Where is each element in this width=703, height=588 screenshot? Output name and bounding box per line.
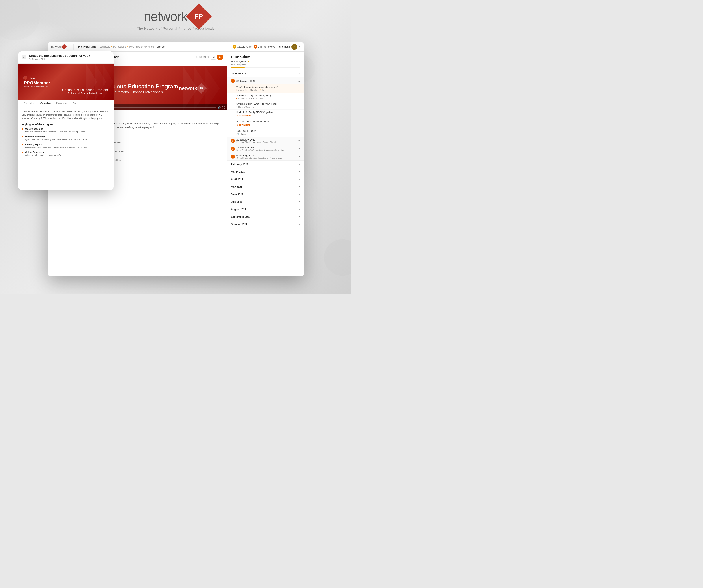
session-meta-ppt: ⬇ DOWNLOAD bbox=[236, 123, 300, 127]
session-meta-business-structure: Anena Bali • 1hr 53min ★ 4.7 bbox=[236, 89, 300, 91]
deco-circle-1 bbox=[0, 0, 40, 40]
overlay-highlight-2: Practical Learnings Quality and practica… bbox=[22, 136, 110, 141]
quiz-button[interactable]: 🕐 10 min bbox=[236, 133, 245, 135]
sidebar-progress-label: Your Progress ▲ bbox=[231, 60, 300, 63]
rating-business-structure: ★ 4.7 bbox=[260, 89, 264, 91]
video-logo-network-text: network bbox=[179, 85, 197, 91]
overlay-date: 27 January, 2020 bbox=[28, 58, 90, 60]
date-extra-20jan: Personal Risk Management · Puneet Oberoi bbox=[236, 141, 298, 143]
overlay-highlight-title-4: Online Experience bbox=[25, 151, 65, 154]
download-button-protool[interactable]: ⬇ DOWNLOAD bbox=[236, 114, 251, 117]
user-avatar[interactable]: R bbox=[292, 44, 297, 50]
overlay-highlight-text-2: Practical Learnings Quality and practica… bbox=[25, 136, 87, 141]
pro-member-logo: network FP bbox=[24, 76, 50, 80]
overlay-video-text: Continuous Education Program for Persona… bbox=[62, 88, 108, 95]
section-chevron-april-2021: ▼ bbox=[298, 178, 300, 181]
date-extra-13jan: Deep Dive into AAA Investing · Shuvransu… bbox=[236, 149, 298, 151]
pro-member-sub: Knowledge Partner Professionals bbox=[24, 85, 50, 87]
nav-logo: network FP bbox=[51, 45, 66, 49]
date-row-13jan[interactable]: 2 13 January, 2020 Deep Dive into AAA In… bbox=[227, 145, 304, 153]
nav-user: Hello! Rahul R ▼ bbox=[278, 44, 300, 50]
section-title-february-2021: February 2021 bbox=[231, 163, 248, 166]
nav-logo-diamond: FP bbox=[61, 44, 67, 50]
overlay-highlight-title-1: Weekly Sessions bbox=[25, 128, 85, 130]
section-header-january-2020[interactable]: January 2020 ▲ bbox=[227, 70, 304, 77]
session-title-crypto: Crypto & Bitcoin : What to tell your cli… bbox=[236, 103, 300, 105]
fullscreen-button[interactable]: ⛶ bbox=[222, 106, 225, 109]
date-row-27jan[interactable]: 4 27 January, 2020 ▲ bbox=[227, 77, 304, 84]
overlay-dot-3 bbox=[22, 144, 23, 145]
nav-logo-fp: FP bbox=[63, 46, 65, 48]
date-extra-6jan: Crucial Parameters to select stacks · Pr… bbox=[236, 157, 298, 159]
session-title-business-structure: What's the right business structure for … bbox=[236, 86, 300, 88]
overlay-tab-co[interactable]: Co... bbox=[70, 100, 80, 107]
section-chevron-october-2021: ▼ bbox=[298, 223, 300, 226]
session-item-business-structure: What's the right business structure for … bbox=[227, 84, 304, 93]
hello-label: Hello! Rahul bbox=[278, 46, 290, 48]
overlay-dot-1 bbox=[22, 128, 23, 130]
breadcrumb-sessions[interactable]: Sessions bbox=[157, 46, 166, 48]
section-header-february-2021[interactable]: February 2021 ▼ bbox=[227, 161, 304, 168]
overlay-highlight-title-2: Practical Learnings bbox=[25, 136, 87, 138]
section-header-august-2021[interactable]: August 2021 ▼ bbox=[227, 206, 304, 213]
svg-marker-2 bbox=[205, 67, 220, 110]
section-header-september-2021[interactable]: September 2021 ▼ bbox=[227, 213, 304, 221]
session-title-quiz: Topic Test 10 - Quiz bbox=[236, 130, 300, 132]
logo-fp-text: FP bbox=[194, 13, 203, 20]
download-button-ppt[interactable]: ⬇ DOWNLOAD bbox=[236, 123, 251, 127]
date-text-13jan: 13 January, 2020 bbox=[236, 146, 298, 149]
your-progress-label: Your Progress bbox=[231, 60, 246, 63]
next-session-button[interactable]: ▶ bbox=[218, 55, 223, 60]
section-header-april-2021[interactable]: April 2021 ▼ bbox=[227, 176, 304, 183]
profile-views-icon: 👁 bbox=[254, 45, 257, 49]
prev-session-button[interactable]: ◀ bbox=[211, 55, 216, 60]
rating-data-right-way: ★ 4.7 bbox=[264, 97, 268, 99]
overlay-tab-resources[interactable]: Resources bbox=[54, 100, 70, 107]
session-meta-data-right-way: Ashutosh Sakat • 1hr 03min ★ 4.7 bbox=[236, 97, 300, 99]
session-item-quiz: Topic Test 10 - Quiz 🕐 10 min bbox=[227, 128, 304, 137]
sidebar-header: Curriculum Your Progress ▲ 1/12 Complete… bbox=[227, 52, 304, 70]
section-header-july-2021[interactable]: July 2021 ▼ bbox=[227, 198, 304, 206]
top-nav: network FP My Programs Dashboard › My Pr… bbox=[48, 42, 304, 52]
back-button[interactable]: ← bbox=[22, 55, 26, 60]
session-item-protool: ProTool 10 - Family FIDOK Organizer ⬇ DO… bbox=[227, 110, 304, 119]
overlay-overview-content: Network FP's ProMember ACE (Annual Conti… bbox=[18, 107, 113, 190]
breadcrumb-promembership[interactable]: ProMembership Program bbox=[129, 46, 154, 48]
date-row-20jan[interactable]: 2 20 January, 2020 Personal Risk Managem… bbox=[227, 137, 304, 145]
section-title-august-2021: August 2021 bbox=[231, 208, 246, 211]
overlay-highlight-title-3: Industry Experts bbox=[25, 143, 87, 146]
overlay-title: What's the right business structure for … bbox=[28, 54, 90, 58]
date-badge-13jan: 2 bbox=[231, 147, 235, 151]
curriculum-list: January 2020 ▲ 4 27 January, 2020 ▲ What… bbox=[227, 70, 304, 276]
section-title-june-2021: June 2021 bbox=[231, 193, 243, 196]
breadcrumb-dashboard[interactable]: Dashboard bbox=[99, 46, 110, 48]
date-chevron-27jan: ▲ bbox=[298, 80, 300, 82]
ace-points-badge: ★ 12 ACE Points bbox=[233, 45, 251, 49]
session-label: SESSION 2/6 bbox=[196, 56, 210, 58]
section-header-may-2021[interactable]: May 2021 ▼ bbox=[227, 183, 304, 191]
section-header-march-2021[interactable]: March 2021 ▼ bbox=[227, 168, 304, 176]
session-item-data-right-way: Are you pursuing Data the right way? Ash… bbox=[227, 93, 304, 101]
overlay-video-arrows bbox=[86, 64, 113, 100]
overlay-tab-overview[interactable]: Overview bbox=[38, 100, 54, 107]
overlay-dot-2 bbox=[22, 136, 23, 138]
video-logo-fp: FP bbox=[200, 87, 203, 90]
date-text-6jan: 6 January, 2020 bbox=[236, 154, 298, 157]
volume-button[interactable]: 🔊 bbox=[218, 106, 221, 109]
session-title-data-right-way: Are you pursuing Data the right way? bbox=[236, 94, 300, 97]
overlay-highlight-desc-4: Attend from the comfort of your home / o… bbox=[25, 154, 65, 157]
logo-subtitle: The Network of Personal Finance Professi… bbox=[137, 27, 215, 30]
section-header-june-2021[interactable]: June 2021 ▼ bbox=[227, 191, 304, 198]
overlay-tab-curriculum[interactable]: Curriculum bbox=[21, 100, 38, 107]
ace-points-label: 12 ACE Points bbox=[237, 46, 251, 48]
nav-logo-text: network bbox=[51, 45, 62, 49]
section-title-october-2021: October 2021 bbox=[231, 223, 247, 226]
date-badge-20jan: 2 bbox=[231, 139, 235, 143]
nav-title: My Programs bbox=[78, 45, 96, 49]
overlay-header: ← What's the right business structure fo… bbox=[18, 51, 113, 64]
date-row-6jan[interactable]: 1 6 January, 2020 Crucial Parameters to … bbox=[227, 153, 304, 161]
section-title-july-2021: July 2021 bbox=[231, 200, 242, 203]
user-dropdown-icon[interactable]: ▼ bbox=[298, 46, 300, 48]
breadcrumb-my-programs[interactable]: My Programs bbox=[113, 46, 126, 48]
section-header-october-2021[interactable]: October 2021 ▼ bbox=[227, 221, 304, 228]
